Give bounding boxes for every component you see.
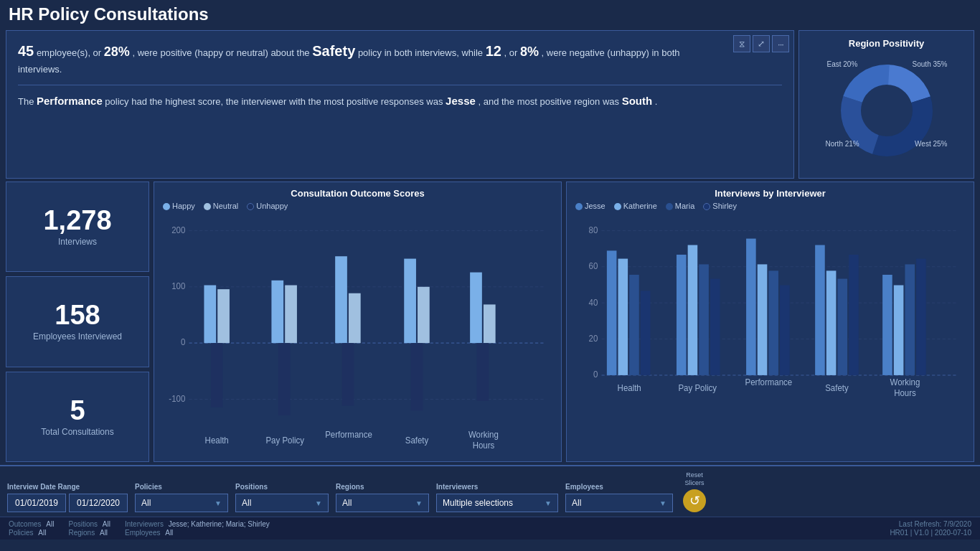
region-south-label: South 35%: [913, 60, 948, 68]
svg-text:100: 100: [171, 281, 186, 291]
kpi-consultations-label: Total Consultations: [41, 427, 113, 437]
regions-select[interactable]: All ▼: [336, 494, 429, 512]
svg-text:Performance: Performance: [325, 430, 372, 440]
kpi-interviews: 1,278 Interviews: [6, 182, 149, 272]
employees-filter: Employees All ▼: [565, 483, 673, 512]
svg-rect-56: [815, 245, 825, 375]
svg-text:80: 80: [589, 225, 598, 235]
svg-text:Performance: Performance: [745, 377, 793, 387]
legend-katherine: Katherine: [614, 202, 657, 210]
svg-text:60: 60: [589, 261, 598, 271]
kpi-panel: 1,278 Interviews 158 Employees Interview…: [6, 182, 149, 462]
status-employees-label: Employees: [125, 529, 160, 537]
svg-text:Pay Policy: Pay Policy: [265, 435, 304, 446]
svg-rect-52: [746, 239, 756, 375]
svg-text:0: 0: [181, 337, 186, 347]
status-regions-label: Regions: [68, 529, 95, 537]
svg-rect-59: [849, 255, 859, 375]
policies-label: Policies: [135, 483, 228, 491]
interviewer-chart-svg: 80 60 40 20 0: [575, 215, 965, 456]
interviewers-label: Interviewers: [436, 483, 558, 491]
region-title: Region Positivity: [849, 38, 924, 49]
kpi-consultations-value: 5: [70, 397, 85, 424]
svg-rect-49: [688, 245, 698, 375]
svg-rect-15: [211, 343, 223, 408]
summary-panel: ⧖ ⤢ ··· 45 employee(s), or 28% , were po…: [6, 30, 794, 179]
summary-text-1: 45 employee(s), or 28% , were positive (…: [18, 39, 782, 77]
svg-text:Working: Working: [468, 430, 499, 440]
svg-rect-47: [641, 291, 651, 375]
regions-filter: Regions All ▼: [336, 483, 429, 512]
svg-rect-18: [278, 343, 291, 415]
svg-text:Pay Policy: Pay Policy: [678, 383, 717, 393]
legend-neutral: Neutral: [204, 202, 238, 210]
more-icon-btn[interactable]: ···: [772, 35, 789, 52]
interviewers-filter: Interviewers Multiple selections ▼: [436, 483, 558, 512]
interviewer-chart-title: Interviews by Interviewer: [575, 188, 965, 199]
status-policies-label: Policies: [9, 529, 33, 537]
positions-select[interactable]: All ▼: [235, 494, 329, 512]
status-last-refresh: Last Refresh: 7/9/2020: [899, 520, 971, 528]
policies-filter: Policies All ▼: [135, 483, 228, 512]
donut-chart: [833, 57, 941, 164]
region-north-label: North 21%: [826, 140, 859, 148]
svg-rect-16: [271, 281, 283, 343]
svg-rect-53: [758, 265, 768, 376]
reset-slicers-btn[interactable]: ResetSlicers ↺: [683, 471, 706, 512]
page-header: HR Policy Consultations: [0, 0, 980, 27]
svg-rect-22: [404, 259, 416, 344]
kpi-employees-label: Employees Interviewed: [33, 331, 122, 342]
svg-rect-26: [484, 304, 496, 343]
policies-select[interactable]: All ▼: [135, 494, 228, 512]
filter-icon-btn[interactable]: ⧖: [733, 35, 750, 52]
interviewer-chart-panel: Interviews by Interviewer Jesse Katherin…: [566, 182, 974, 462]
region-east-label: East 20%: [827, 60, 858, 68]
svg-rect-24: [411, 343, 423, 410]
legend-unhappy: Unhappy: [247, 202, 288, 210]
svg-rect-14: [217, 289, 230, 343]
outcome-chart-svg: 200 100 0 -100: [163, 215, 552, 456]
status-policies-val: All: [38, 529, 46, 537]
svg-rect-13: [204, 286, 216, 344]
status-interviewers-label: Interviewers: [125, 520, 164, 528]
status-positions-label: Positions: [68, 520, 98, 528]
svg-rect-45: [618, 259, 628, 375]
svg-text:0: 0: [593, 369, 598, 380]
outcome-chart-title: Consultation Outcome Scores: [163, 188, 552, 199]
positions-label: Positions: [235, 483, 329, 491]
status-interviewers-val: Jesse; Katherine; Maria; Shirley: [169, 520, 270, 528]
kpi-consultations: 5 Total Consultations: [6, 372, 149, 462]
svg-rect-60: [882, 275, 892, 375]
expand-icon-btn[interactable]: ⤢: [753, 35, 770, 52]
date-range-filter: Interview Date Range 01/01/2019 01/12/20…: [7, 483, 128, 512]
svg-rect-55: [780, 286, 790, 375]
svg-rect-23: [418, 287, 430, 343]
date-end-input[interactable]: 01/12/2020: [69, 494, 128, 512]
svg-text:Hours: Hours: [473, 441, 495, 451]
legend-jesse: Jesse: [575, 202, 606, 210]
kpi-interviews-label: Interviews: [58, 237, 97, 247]
svg-text:Health: Health: [618, 383, 641, 393]
svg-rect-25: [470, 273, 482, 344]
status-version: HR01 | V1.0 | 2020-07-10: [890, 529, 971, 537]
legend-maria: Maria: [666, 202, 695, 210]
page-title: HR Policy Consultations: [9, 4, 971, 24]
svg-rect-61: [894, 286, 904, 375]
date-range-label: Interview Date Range: [7, 483, 128, 491]
employees-select[interactable]: All ▼: [565, 494, 673, 512]
svg-text:20: 20: [589, 334, 598, 344]
svg-text:Health: Health: [205, 435, 229, 446]
svg-rect-58: [837, 279, 847, 375]
filter-section: Interview Date Range 01/01/2019 01/12/20…: [0, 465, 980, 517]
region-west-label: West 25%: [915, 140, 947, 148]
status-positions-val: All: [103, 520, 110, 528]
svg-rect-46: [629, 275, 639, 375]
kpi-employees-value: 158: [55, 301, 100, 329]
status-regions-val: All: [100, 529, 108, 537]
date-start-input[interactable]: 01/01/2019: [7, 494, 66, 512]
interviewers-select[interactable]: Multiple selections ▼: [436, 494, 558, 512]
status-bar: Outcomes All Policies All Positions All …: [0, 517, 980, 540]
svg-rect-27: [477, 343, 489, 401]
svg-text:-100: -100: [169, 394, 185, 404]
region-panel: Region Positivity East 20% South 35%: [798, 30, 974, 179]
